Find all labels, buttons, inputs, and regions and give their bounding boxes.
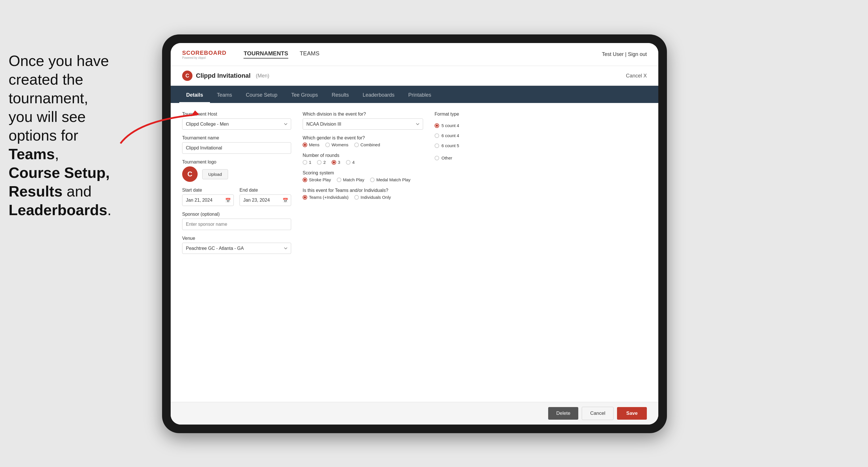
gender-mens-radio[interactable] <box>303 143 307 147</box>
format-other-radio[interactable] <box>435 156 439 160</box>
scoring-stroke[interactable]: Stroke Play <box>303 177 331 182</box>
form-area: Tournament Host Clippd College - Men Tou… <box>171 103 658 402</box>
rounds-2-label: 2 <box>323 160 326 165</box>
tab-leaderboards[interactable]: Leaderboards <box>356 88 401 103</box>
teams-group: Is this event for Teams and/or Individua… <box>303 188 423 200</box>
format-6count5[interactable]: 6 count 5 <box>435 142 515 149</box>
delete-button[interactable]: Delete <box>548 407 578 420</box>
division-select[interactable]: NCAA Division III <box>303 119 423 130</box>
middle-column: Which division is the event for? NCAA Di… <box>303 112 423 393</box>
sponsor-input[interactable] <box>182 219 291 230</box>
breadcrumb-icon: C <box>182 70 192 81</box>
instruction-line5: options for <box>9 127 78 144</box>
gender-combined-radio[interactable] <box>354 143 359 147</box>
action-bar: Delete Cancel Save <box>171 402 658 425</box>
instruction-line2: created the <box>9 71 83 88</box>
rounds-3-radio[interactable] <box>332 160 336 165</box>
scoring-match[interactable]: Match Play <box>337 177 364 182</box>
calendar-icon-end: 📅 <box>283 198 288 203</box>
rounds-radio-group: 1 2 3 4 <box>303 160 423 165</box>
end-date-wrap: 📅 <box>240 194 291 206</box>
left-column: Tournament Host Clippd College - Men Tou… <box>182 112 291 393</box>
rounds-3[interactable]: 3 <box>332 160 340 165</box>
gender-mens[interactable]: Mens <box>303 142 319 147</box>
venue-group: Venue Peachtree GC - Atlanta - GA <box>182 236 291 254</box>
nav-left: SCOREBOARD Powered by clippd TOURNAMENTS… <box>182 50 319 59</box>
tab-bar: Details Teams Course Setup Tee Groups Re… <box>171 86 658 103</box>
calendar-icon: 📅 <box>225 198 231 203</box>
scoreboard-logo: SCOREBOARD Powered by clippd <box>182 50 226 59</box>
rounds-3-label: 3 <box>338 160 340 165</box>
scoring-match-label: Match Play <box>343 177 364 182</box>
format-6count4-label: 6 count 4 <box>441 133 459 138</box>
division-label: Which division is the event for? <box>303 112 423 117</box>
rounds-group: Number of rounds 1 2 <box>303 153 423 165</box>
logo-text: SCOREBOARD <box>182 50 226 56</box>
format-6count5-label: 6 count 5 <box>441 143 459 148</box>
format-5count4[interactable]: 5 count 4 <box>435 122 515 129</box>
top-nav: SCOREBOARD Powered by clippd TOURNAMENTS… <box>171 43 658 66</box>
teams-plus-individuals[interactable]: Teams (+Individuals) <box>303 195 348 200</box>
rounds-2-radio[interactable] <box>317 160 321 165</box>
nav-teams[interactable]: TEAMS <box>300 50 319 59</box>
upload-button[interactable]: Upload <box>202 169 228 179</box>
bold-course-setup: Course Setup, <box>9 164 110 181</box>
start-date-label: Start date <box>182 188 234 193</box>
logo-area: SCOREBOARD Powered by clippd <box>182 50 226 59</box>
rounds-1-radio[interactable] <box>303 160 307 165</box>
sponsor-group: Sponsor (optional) <box>182 212 291 230</box>
bold-leaderboards: Leaderboards <box>9 201 107 218</box>
individuals-only-radio[interactable] <box>354 195 359 200</box>
format-5count4-radio[interactable] <box>435 123 439 128</box>
division-group: Which division is the event for? NCAA Di… <box>303 112 423 130</box>
tab-printables[interactable]: Printables <box>401 88 438 103</box>
scoring-medal-radio[interactable] <box>370 178 375 182</box>
main-content: Tournament Host Clippd College - Men Tou… <box>171 103 658 425</box>
gender-womens-label: Womens <box>332 142 348 147</box>
gender-womens[interactable]: Womens <box>325 142 348 147</box>
save-button[interactable]: Save <box>617 407 647 420</box>
right-column: Format type 5 count 4 6 count 4 6 count … <box>435 112 515 393</box>
scoring-group: Scoring system Stroke Play Match Play <box>303 170 423 182</box>
scoring-match-radio[interactable] <box>337 178 341 182</box>
logo-sub: Powered by clippd <box>182 56 226 59</box>
logo-circle: C <box>182 166 198 182</box>
end-date-group: End date 📅 <box>240 188 291 206</box>
tablet-screen: SCOREBOARD Powered by clippd TOURNAMENTS… <box>171 43 658 425</box>
gender-womens-radio[interactable] <box>325 143 330 147</box>
rounds-1-label: 1 <box>309 160 311 165</box>
tab-tee-groups[interactable]: Tee Groups <box>284 88 325 103</box>
nav-links: TOURNAMENTS TEAMS <box>244 50 319 59</box>
individuals-only-label: Individuals Only <box>361 195 391 200</box>
format-6count4[interactable]: 6 count 4 <box>435 132 515 139</box>
gender-combined[interactable]: Combined <box>354 142 380 147</box>
tournament-logo-label: Tournament logo <box>182 159 291 165</box>
teams-plus-radio[interactable] <box>303 195 307 200</box>
tab-results[interactable]: Results <box>325 88 356 103</box>
date-row: Start date 📅 End date 📅 <box>182 188 291 206</box>
teams-plus-label: Teams (+Individuals) <box>309 195 348 200</box>
teams-label: Is this event for Teams and/or Individua… <box>303 188 423 193</box>
format-other-label: Other <box>441 155 452 160</box>
logo-upload-area: C Upload <box>182 166 291 182</box>
rounds-4[interactable]: 4 <box>346 160 354 165</box>
rounds-2[interactable]: 2 <box>317 160 326 165</box>
cancel-button-action[interactable]: Cancel <box>582 407 614 420</box>
individuals-only[interactable]: Individuals Only <box>354 195 391 200</box>
cancel-button[interactable]: Cancel X <box>626 73 647 79</box>
venue-select[interactable]: Peachtree GC - Atlanta - GA <box>182 243 291 254</box>
format-6count4-radio[interactable] <box>435 133 439 138</box>
gender-label: Which gender is the event for? <box>303 135 423 141</box>
breadcrumb-title: Clippd Invitational <box>196 72 251 80</box>
nav-tournaments[interactable]: TOURNAMENTS <box>244 50 288 59</box>
scoring-medal-match[interactable]: Medal Match Play <box>370 177 410 182</box>
scoring-stroke-radio[interactable] <box>303 178 307 182</box>
format-6count5-radio[interactable] <box>435 144 439 148</box>
gender-group: Which gender is the event for? Mens Wome… <box>303 135 423 147</box>
rounds-label: Number of rounds <box>303 153 423 158</box>
rounds-1[interactable]: 1 <box>303 160 311 165</box>
tab-course-setup[interactable]: Course Setup <box>239 88 284 103</box>
scoring-stroke-label: Stroke Play <box>309 177 331 182</box>
format-other[interactable]: Other <box>435 154 515 161</box>
rounds-4-radio[interactable] <box>346 160 350 165</box>
